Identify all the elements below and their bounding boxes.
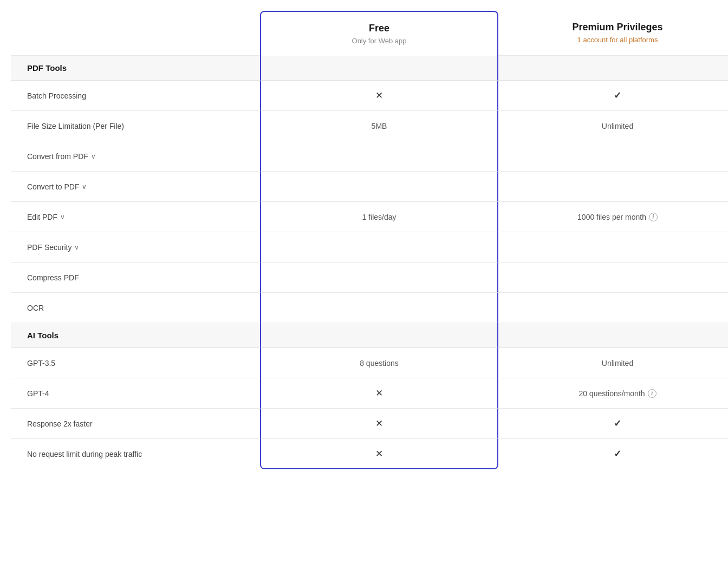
no-request-limit-premium: ✓ bbox=[498, 439, 728, 469]
premium-plan-subtitle: 1 account for all platforms bbox=[515, 36, 720, 44]
header-free-col: Free Only for Web app bbox=[260, 11, 498, 56]
gpt35-feature: GPT-3.5 bbox=[11, 348, 260, 378]
edit-pdf-info-icon: i bbox=[649, 213, 658, 221]
no-request-limit-free-icon: ✕ bbox=[375, 448, 383, 460]
no-request-limit-feature: No request limit during peak traffic bbox=[11, 439, 260, 469]
gpt4-free: ✕ bbox=[260, 378, 498, 409]
compress-pdf-premium bbox=[498, 263, 728, 293]
pdf-tools-section: PDF Tools bbox=[11, 56, 260, 81]
gpt35-free: 8 questions bbox=[260, 348, 498, 378]
batch-processing-free: ✕ bbox=[260, 81, 498, 111]
ai-tools-free-spacer bbox=[260, 323, 498, 348]
file-size-premium: Unlimited bbox=[498, 111, 728, 141]
compress-pdf-free bbox=[260, 263, 498, 293]
file-size-feature: File Size Limitation (Per File) bbox=[11, 111, 260, 141]
convert-to-pdf-free bbox=[260, 172, 498, 202]
batch-processing-free-icon: ✕ bbox=[375, 90, 383, 101]
edit-pdf-premium-value: 1000 files per month bbox=[577, 213, 646, 221]
header-feature-col bbox=[11, 11, 260, 56]
pdf-tools-free-spacer bbox=[260, 56, 498, 81]
response-faster-feature: Response 2x faster bbox=[11, 409, 260, 439]
batch-processing-premium: ✓ bbox=[498, 81, 728, 111]
convert-to-pdf-arrow: ∨ bbox=[82, 183, 87, 191]
pdf-security-free bbox=[260, 232, 498, 263]
gpt4-premium: 20 questions/month i bbox=[498, 378, 728, 409]
convert-to-pdf-premium bbox=[498, 172, 728, 202]
gpt35-premium: Unlimited bbox=[498, 348, 728, 378]
ocr-feature: OCR bbox=[11, 293, 260, 323]
batch-processing-feature: Batch Processing bbox=[11, 81, 260, 111]
no-request-limit-free: ✕ bbox=[260, 439, 498, 469]
batch-processing-premium-icon: ✓ bbox=[614, 90, 621, 101]
compress-pdf-feature: Compress PDF bbox=[11, 263, 260, 293]
ai-tools-premium-spacer bbox=[498, 323, 728, 348]
comparison-table: Free Only for Web app Premium Privileges… bbox=[0, 0, 728, 564]
edit-pdf-feature[interactable]: Edit PDF ∨ bbox=[11, 202, 260, 232]
edit-pdf-premium-cell: 1000 files per month i bbox=[498, 202, 728, 232]
gpt4-feature: GPT-4 bbox=[11, 378, 260, 409]
response-faster-premium: ✓ bbox=[498, 409, 728, 439]
file-size-free: 5MB bbox=[260, 111, 498, 141]
convert-from-pdf-free bbox=[260, 141, 498, 172]
ocr-premium bbox=[498, 293, 728, 323]
header-premium-col: Premium Privileges 1 account for all pla… bbox=[498, 11, 728, 56]
edit-pdf-free-cell: 1 files/day bbox=[260, 202, 498, 232]
free-plan-title: Free bbox=[277, 23, 481, 34]
gpt4-free-icon: ✕ bbox=[375, 388, 383, 399]
edit-pdf-free-value: 1 files/day bbox=[362, 213, 396, 221]
ai-tools-section: AI Tools bbox=[11, 323, 260, 348]
pdf-security-premium bbox=[498, 232, 728, 263]
response-faster-free-icon: ✕ bbox=[375, 418, 383, 429]
convert-from-pdf-premium bbox=[498, 141, 728, 172]
edit-pdf-arrow: ∨ bbox=[60, 213, 65, 221]
convert-from-pdf-arrow: ∨ bbox=[91, 153, 96, 160]
convert-to-pdf-feature[interactable]: Convert to PDF ∨ bbox=[11, 172, 260, 202]
free-plan-subtitle: Only for Web app bbox=[277, 37, 481, 45]
response-faster-free: ✕ bbox=[260, 409, 498, 439]
pdf-security-feature[interactable]: PDF Security ∨ bbox=[11, 232, 260, 263]
no-request-limit-premium-icon: ✓ bbox=[614, 448, 621, 460]
ocr-free bbox=[260, 293, 498, 323]
response-faster-premium-icon: ✓ bbox=[614, 418, 621, 429]
gpt4-info-icon: i bbox=[648, 389, 656, 398]
pdf-security-arrow: ∨ bbox=[74, 244, 79, 251]
convert-from-pdf-feature[interactable]: Convert from PDF ∨ bbox=[11, 141, 260, 172]
premium-plan-title: Premium Privileges bbox=[515, 22, 720, 33]
pdf-tools-premium-spacer bbox=[498, 56, 728, 81]
